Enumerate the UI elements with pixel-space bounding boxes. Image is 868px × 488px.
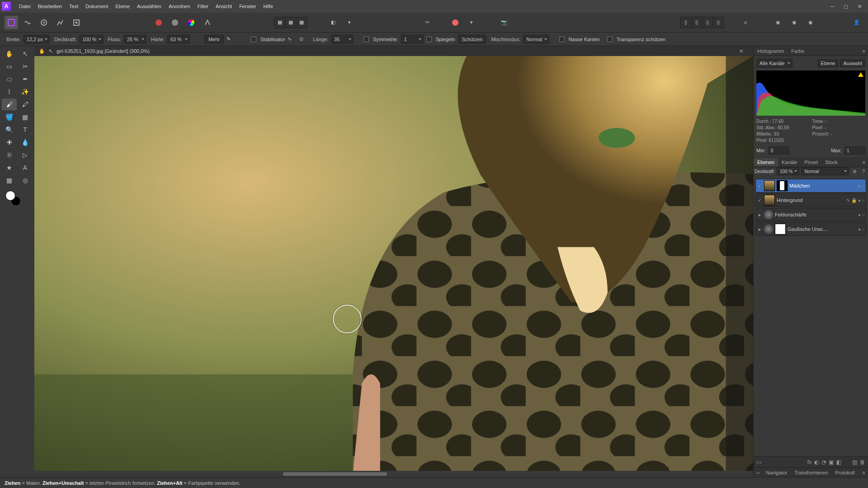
lock-icon[interactable]: 🔒: [851, 198, 857, 203]
frame-text-icon[interactable]: A: [18, 162, 33, 174]
align-right-icon[interactable]: ▯: [703, 18, 712, 28]
layer-row[interactable]: ▸ Gaußsche Unsc… ●○: [755, 222, 866, 236]
paint-brush-icon[interactable]: 🖌: [2, 99, 17, 110]
align-center-icon[interactable]: ▯: [692, 18, 702, 28]
layer-circle-icon[interactable]: ○: [862, 183, 865, 188]
zoom-tool-icon[interactable]: 🔍: [2, 124, 17, 136]
close-tab-icon[interactable]: ✕: [736, 48, 746, 54]
fx-icon[interactable]: fx: [807, 459, 811, 465]
selection-brush-icon[interactable]: ⬭: [2, 73, 17, 85]
move-tool-icon[interactable]: ↖: [18, 48, 33, 60]
layer-dot-icon[interactable]: ●: [858, 212, 861, 217]
window-icon[interactable]: ⊙: [299, 36, 308, 42]
menu-ansicht[interactable]: Ansicht: [212, 2, 236, 11]
schuetzen-button[interactable]: Schützen: [458, 35, 487, 44]
adjust-icon[interactable]: ◐: [814, 459, 819, 465]
layer-dot-icon[interactable]: ●: [858, 183, 861, 188]
mesh-tool-icon[interactable]: ▦: [2, 174, 17, 186]
crop-icon[interactable]: ✂: [420, 16, 434, 29]
menu-filter[interactable]: Filter: [194, 2, 212, 11]
insert-behind-icon[interactable]: ◉: [771, 16, 785, 29]
channel-combo[interactable]: Alle Kanäle: [756, 59, 793, 68]
auswahl-button[interactable]: Auswahl: [840, 59, 865, 67]
tab-kanaele[interactable]: Kanäle: [778, 158, 801, 166]
menu-text[interactable]: Text: [66, 2, 82, 11]
menu-dokument[interactable]: Dokument: [82, 2, 112, 11]
account-icon[interactable]: 👤: [850, 16, 863, 29]
stabilisator-check[interactable]: [251, 37, 256, 42]
layer-visible-icon[interactable]: ✓: [757, 183, 762, 188]
symmetrie-combo[interactable]: 1: [401, 35, 424, 44]
layer-row[interactable]: ✓ Mädchen ●○: [755, 179, 866, 192]
menu-auswaehlen[interactable]: Auswählen: [133, 2, 165, 11]
picker-tool-icon[interactable]: ◎: [18, 174, 33, 186]
tab-pinsel[interactable]: Pinsel: [801, 158, 821, 166]
window-maximize-icon[interactable]: ▢: [839, 2, 853, 11]
hand-tool-icon[interactable]: ✋: [2, 48, 17, 60]
assistant-icon[interactable]: [448, 16, 462, 29]
chevron-down-icon[interactable]: ▾: [343, 16, 356, 29]
symmetrie-check[interactable]: [363, 37, 369, 42]
panel-menu-icon[interactable]: ≡: [860, 160, 868, 165]
layer-name[interactable]: Mädchen: [789, 183, 856, 188]
group-icon[interactable]: ▣: [829, 459, 834, 465]
crop-tool-icon[interactable]: ✂: [18, 61, 33, 72]
lasso-tool-icon[interactable]: ⌇: [2, 86, 17, 98]
layer-row[interactable]: ▸ Feldunschärfe ●○: [755, 208, 866, 221]
layer-dot-icon[interactable]: ●: [858, 227, 861, 232]
max-input[interactable]: [844, 146, 865, 155]
insert-inside-icon[interactable]: ◉: [788, 16, 801, 29]
layer-circle-icon[interactable]: ○: [862, 227, 865, 232]
clone-tool-icon[interactable]: ⎘: [2, 149, 17, 161]
tab-ebenen[interactable]: Ebenen: [754, 158, 778, 166]
align-justify-icon[interactable]: ▯: [713, 18, 723, 28]
persona-tonemap-icon[interactable]: [53, 16, 67, 29]
panel-menu-icon[interactable]: ≡: [860, 470, 868, 475]
gear-icon[interactable]: ⚙: [851, 168, 858, 175]
layer-row[interactable]: ✓ Hintergrund ✎🔒●○: [755, 193, 866, 207]
layer-deckkraft-combo[interactable]: 100 %: [777, 167, 799, 175]
fill-tool-icon[interactable]: 🪣: [2, 111, 17, 123]
text-tool-icon[interactable]: T: [18, 124, 33, 136]
node-tool-icon[interactable]: ▷: [18, 149, 33, 161]
heal-tool-icon[interactable]: ✚: [2, 136, 17, 148]
shape-tool-icon[interactable]: ★: [2, 162, 17, 174]
arrow-icon[interactable]: ↖: [49, 48, 53, 54]
selection-new-icon[interactable]: ▦: [275, 18, 285, 28]
menu-fenster[interactable]: Fenster: [236, 2, 259, 11]
color-swatch[interactable]: [2, 190, 33, 208]
window-minimize-icon[interactable]: ─: [826, 2, 839, 11]
breite-combo[interactable]: 12,2 px: [24, 35, 50, 44]
rope-icon[interactable]: ∿: [288, 36, 297, 42]
tab-navigator[interactable]: Navigator: [762, 469, 791, 477]
window-close-icon[interactable]: ✕: [853, 2, 866, 11]
layer-expand-icon[interactable]: ▸: [757, 212, 762, 217]
menu-datei[interactable]: Datei: [15, 2, 34, 11]
live-icon[interactable]: ◔: [821, 459, 826, 465]
edit-icon[interactable]: ✎: [846, 198, 850, 203]
view-tool-icon[interactable]: ▭: [2, 61, 17, 72]
layer-dot-icon[interactable]: ●: [858, 198, 861, 203]
color-grey-icon[interactable]: [168, 16, 182, 29]
canvas[interactable]: [34, 56, 753, 471]
panel-menu-icon[interactable]: ≡: [860, 48, 868, 54]
persona-export-icon[interactable]: [70, 16, 83, 29]
gradient-tool-icon[interactable]: ▦: [18, 111, 33, 123]
tab-transformieren[interactable]: Transformieren: [791, 469, 831, 477]
pressure-icon[interactable]: ✎: [226, 36, 236, 42]
delete-layer-icon[interactable]: 🗑: [860, 459, 865, 465]
align-left-icon[interactable]: ▯: [681, 18, 691, 28]
menu-bearbeiten[interactable]: Bearbeiten: [34, 2, 66, 11]
transparenz-check[interactable]: [607, 37, 613, 42]
autocolor-icon[interactable]: [201, 16, 214, 29]
menu-ebene[interactable]: Ebene: [112, 2, 133, 11]
blur-tool-icon[interactable]: 💧: [18, 136, 33, 148]
layer-blend-combo[interactable]: Normal: [801, 167, 849, 175]
help-icon[interactable]: ?: [860, 168, 867, 175]
spiegeln-check[interactable]: [426, 37, 432, 42]
color-wheel-icon[interactable]: [184, 16, 198, 29]
arrange-icon[interactable]: ≡: [739, 16, 752, 29]
layer-mask-thumb[interactable]: [777, 180, 788, 191]
mask-icon[interactable]: ▭: [756, 459, 761, 465]
persona-photo-icon[interactable]: [5, 16, 18, 29]
